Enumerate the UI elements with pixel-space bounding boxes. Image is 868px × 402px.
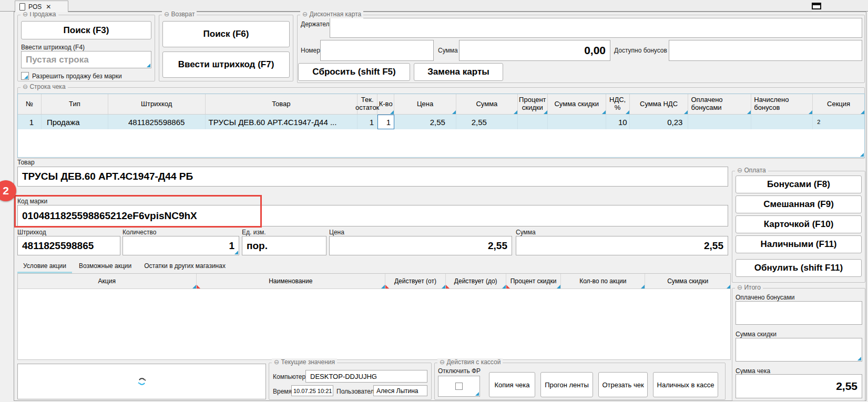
tab-possible-promos[interactable]: Возможные акции [73,261,137,273]
card-reset-button[interactable]: Сбросить (shift F5) [298,63,410,81]
refund-barcode-button[interactable]: Ввести штрихкод (F7) [162,51,290,78]
col-section[interactable]: Секция [813,94,864,114]
pay-cash-button[interactable]: Наличными (F11) [736,235,862,253]
col-qty[interactable]: К-во [377,94,394,114]
cell-stock: 1 [358,115,377,129]
receipt-row[interactable]: 1 Продажа 4811825598865 ТРУСЫ ДЕВ.60 АРТ… [18,115,864,129]
collapse-icon[interactable]: ⊖ [23,83,28,90]
pay-mixed-button[interactable]: Смешанная (F9) [736,195,862,213]
close-icon[interactable]: ✕ [46,3,51,11]
col-promo-discount-sum[interactable]: Сумма скидки [645,274,730,288]
cell-vat-sum: 0,23 [630,115,689,129]
cut-receipt-button[interactable]: Отрезать чек [598,372,648,397]
card-sum-input[interactable]: 0,00 [459,40,610,61]
card-bonus-input[interactable] [669,40,862,61]
cell-product: ТРУСЫ ДЕВ.60 АРТ.4С1947-Д44 ... [206,115,358,129]
allow-no-mark-checkbox[interactable] [21,72,29,80]
refresh-icon[interactable] [136,376,148,387]
receipt-copy-button[interactable]: Копия чека [489,372,535,397]
col-promo-name[interactable]: Наименование [197,274,385,288]
cell-vat-pct: 10 [606,115,630,129]
time-label: Время [273,388,292,395]
col-sum[interactable]: Сумма [456,94,518,114]
sale-barcode-input[interactable]: Пустая строка [21,51,151,68]
card-replace-button[interactable]: Замена карты [414,63,503,81]
total-discount-label: Сумма скидки [736,331,777,338]
payment-group-label: Оплата [744,167,765,174]
cell-discount-sum [548,115,606,129]
sum-field[interactable]: 2,55 [516,236,728,255]
collapse-icon[interactable]: ⊖ [440,358,445,366]
disable-fr-checkbox[interactable] [455,383,463,390]
card-holder-input[interactable] [330,18,862,38]
col-discount-pct[interactable]: Процент скидки [518,94,548,114]
col-num[interactable]: № [18,94,42,114]
total-paid-bonus-field[interactable] [736,301,862,325]
mark-code-input[interactable]: 0104811825598865212eF6vpisNC9hX [17,205,728,226]
col-stock[interactable]: Тек. остаток [358,94,377,114]
pay-card-button[interactable]: Карточкой (F10) [736,215,862,233]
col-discount-sum[interactable]: Сумма скидки [548,94,606,114]
barcode-field[interactable]: 4811825598865 [17,236,120,255]
price-field[interactable]: 2,55 [329,236,512,255]
reset-receipt-button[interactable]: Обнулить (shift F11) [736,259,862,277]
col-barcode[interactable]: Штрихкод [108,94,206,114]
total-discount-field[interactable] [736,338,862,362]
cell-barcode: 4811825598865 [108,115,206,129]
col-valid-to[interactable]: Действует (до) [446,274,506,288]
col-paid-bonuses[interactable]: Оплачено бонусами [688,94,751,114]
document-icon [19,3,25,11]
qty-field[interactable]: 1 [122,236,239,255]
col-promo-qty[interactable]: Кол-во по акции [561,274,645,288]
collapse-icon[interactable]: ⊖ [737,167,742,174]
total-group-label: Итого [744,284,760,291]
cell-price: 2,55 [394,115,456,129]
tab-pos-label: POS [28,3,42,11]
computer-field[interactable]: DESKTOP-DDJUJHG [305,370,427,383]
unit-field[interactable]: пор. [242,236,326,255]
col-price[interactable]: Цена [394,94,456,114]
col-promo-discount-pct[interactable]: Процент скидки [506,274,561,288]
col-type[interactable]: Тип [42,94,108,114]
pay-bonuses-button[interactable]: Бонусами (F8) [736,176,862,193]
cell-sum: 2,55 [456,115,518,129]
cell-paid-bonuses [688,115,751,129]
promo-table: Акция Наименование Действует (от) Действ… [17,273,731,360]
discount-card-group-label: Дисконтная карта [309,11,361,18]
tab-promo-conditions[interactable]: Условие акции [17,261,72,273]
qty-field-label: Количество [122,229,156,236]
sale-barcode-placeholder: Пустая строка [26,55,89,65]
col-vat-pct[interactable]: НДС, % [606,94,630,114]
cell-qty[interactable]: 1 [377,115,394,129]
time-field[interactable]: 10.07.25 10:21 [291,385,333,396]
col-product[interactable]: Товар [206,94,358,114]
disable-fr-box [438,376,480,397]
receipt-lines-group-label: Строка чека [29,83,65,90]
receipt-table: № Тип Штрихкод Товар Тек. остаток К-во Ц… [17,94,865,158]
tab-pos[interactable]: POS ✕ [15,1,68,12]
total-sum-field[interactable]: 2,55 [736,374,862,398]
collapse-icon[interactable]: ⊖ [164,11,169,18]
col-accrued-bonuses[interactable]: Начислено бонусов [751,94,813,114]
tab-other-stores-stock[interactable]: Остатки в других магазинах [138,261,231,273]
current-values-group-label: Текущие значения [281,358,335,366]
user-field[interactable]: Алеся Лытина [373,385,427,396]
restore-window-icon[interactable] [812,3,821,9]
mark-code-label: Код марки [17,198,47,205]
collapse-icon[interactable]: ⊖ [274,358,279,366]
product-input[interactable]: ТРУСЫ ДЕВ.60 АРТ.4С1947-Д44 РБ [17,167,728,187]
cash-in-drawer-button[interactable]: Наличных в кассе [653,372,718,397]
cell-accrued-bonuses [751,115,813,129]
col-valid-from[interactable]: Действует (от) [385,274,446,288]
col-vat-sum[interactable]: Сумма НДС [630,94,689,114]
collapse-icon[interactable]: ⊖ [302,11,308,18]
sale-search-button[interactable]: Поиск (F3) [21,21,151,39]
collapse-icon[interactable]: ⊖ [737,284,742,291]
tape-run-button[interactable]: Прогон ленты [540,372,593,397]
cash-actions-group-label: Действия с кассой [446,358,501,366]
refund-search-button[interactable]: Поиск (F6) [162,21,290,47]
refresh-panel [17,364,266,399]
col-promo[interactable]: Акция [18,274,197,288]
disable-fr-label: Отключить ФР [438,368,481,375]
card-number-input[interactable] [320,40,434,61]
